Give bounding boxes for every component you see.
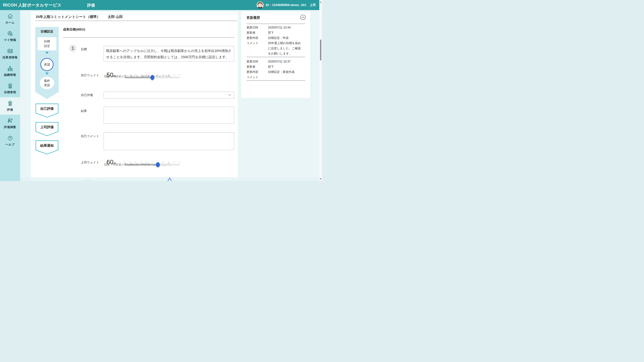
history-divider (246, 57, 305, 57)
phase-result-notice[interactable]: 結果通知 (36, 140, 58, 155)
history-datetime-value: 2025/07/11 10:44 (268, 25, 301, 30)
history-collapse-button[interactable] (300, 15, 306, 20)
history-title: 更新履歴 (246, 15, 260, 20)
scrollbar-down-arrow[interactable] (320, 178, 322, 180)
header-nav-evaluation[interactable]: 評価 (87, 3, 95, 8)
goal-item-number: 1 (69, 45, 76, 52)
stepper-group-title: 目標設定 (35, 29, 59, 34)
sidebar-item-help[interactable]: ヘルプ (0, 132, 20, 149)
history-datetime-label: 更新日時 (246, 25, 268, 30)
self-weight-value: 50 % (106, 71, 116, 79)
sheet-title: 25年上期コミットメントシート（標準） (36, 14, 100, 19)
app-window: RICOH 人財ポータルサービス 評価 ID：1104685955-demo_2… (0, 0, 322, 181)
slider-ticks (124, 161, 180, 163)
slider-thumb[interactable] (156, 162, 160, 167)
result-textarea[interactable] (104, 107, 234, 123)
history-entry: 更新日時2025/07/11 10:44 更新者部下 更新内容目標設定：申請 コ… (246, 25, 306, 56)
chevron-up-icon (302, 16, 304, 18)
section-title-mbo: 成果目標(MBO) (63, 27, 85, 32)
sidebar-item-org-info[interactable]: 組織情報 (0, 62, 20, 80)
slider-track[interactable] (124, 164, 180, 165)
history-content-label: 更新内容 (246, 35, 268, 40)
history-content-label: 更新内容 (246, 69, 268, 75)
user-id: ID：1104685955-demo_201 (266, 3, 306, 7)
app-header: RICOH 人財ポータルサービス 評価 ID：1104685955-demo_2… (0, 0, 322, 10)
page-scrollbar (319, 0, 322, 181)
history-updater-value: 部下 (268, 64, 301, 69)
user-menu[interactable]: ID：1104685955-demo_201 上司 (256, 1, 316, 8)
commitment-sheet-card: 25年上期コミットメントシート（標準） 太郎 山田 目標設定 目標 設定 承認 … (31, 12, 238, 181)
evaluation-adjust-icon (7, 118, 13, 124)
step-final-approval: 最終 承認 (40, 77, 54, 89)
step-approval-current: 承認 (40, 58, 54, 71)
history-datetime-label: 更新日時 (246, 59, 268, 64)
manager-weight-slider[interactable] (124, 161, 180, 168)
history-updater-value: 部下 (268, 30, 301, 35)
avatar (256, 1, 264, 8)
self-weight-label: 自己ウェイト (81, 73, 99, 77)
sheet-collapse-bar[interactable] (20, 177, 319, 181)
result-label: 結果 (81, 109, 87, 113)
history-comment-label: コメント (246, 40, 268, 46)
employee-card-icon (7, 48, 13, 54)
org-chart-icon (7, 65, 13, 71)
history-updater-label: 更新者 (246, 30, 268, 35)
manager-weight-value: 60 % (106, 159, 116, 166)
sidebar-item-evaluation-adjust[interactable]: 評価調整 (0, 115, 20, 132)
app-title: RICOH 人財ポータルサービス (3, 2, 62, 8)
user-role: 上司 (310, 3, 316, 7)
history-updater-label: 更新者 (246, 64, 268, 69)
history-entry: 更新日時2025/07/11 10:37 更新者部下 更新内容目標設定：新規作成… (246, 59, 306, 80)
evaluation-badge-icon (7, 100, 13, 106)
manager-weight-label: 上司ウェイト (81, 160, 99, 164)
slider-thumb[interactable] (150, 75, 154, 80)
sidebar-item-employee-info[interactable]: 従業員情報 (0, 45, 20, 62)
chevron-down-icon (228, 94, 231, 96)
history-content-value: 目標設定：申請 (268, 35, 301, 40)
phase-self-evaluation[interactable]: 自己評価 (36, 104, 58, 118)
history-datetime-value: 2025/07/11 10:37 (268, 59, 301, 64)
collapse-up-icon (167, 177, 172, 181)
step-arrow-down-icon (45, 52, 49, 54)
goal-badge-icon (7, 83, 13, 89)
workflow-stepper: 目標設定 目標 設定 承認 最終 承認 (35, 27, 59, 99)
sidebar-item-evaluation[interactable]: 評価 (0, 97, 20, 115)
scrollbar-thumb[interactable] (320, 39, 321, 60)
self-comment-textarea[interactable] (104, 132, 234, 150)
goal-label: 目標 (81, 47, 87, 51)
help-icon (7, 135, 13, 141)
history-divider (246, 24, 305, 24)
update-history-panel: 更新履歴 更新日時2025/07/11 10:44 更新者部下 更新内容目標設定… (241, 12, 310, 98)
self-rating-label: 自己評価 (81, 93, 93, 97)
sidebar-item-home[interactable]: ホーム (0, 10, 20, 27)
sidebar-item-goal-management[interactable]: 目標管理 (0, 80, 20, 97)
phase-manager-evaluation[interactable]: 上司評価 (36, 122, 58, 136)
history-divider (246, 80, 305, 81)
step-arrow-down-icon (45, 72, 49, 75)
self-weight-slider[interactable] (124, 73, 180, 80)
history-content-value: 目標設定：新規作成 (268, 69, 301, 75)
title-divider (36, 21, 237, 21)
goal-textarea[interactable]: 既存顧客へのアップセルに注力し、今期は既存顧客からの売上を前年比20%増加させる… (104, 46, 234, 62)
my-info-icon (7, 30, 13, 37)
scrollbar-up-arrow[interactable] (320, 1, 322, 3)
employee-name: 太郎 山田 (108, 14, 123, 19)
user-photo-icon (256, 1, 264, 8)
history-comment-value: 25年度上期の目標を高めに設定しました。ご確認をお願いします。 (268, 40, 301, 56)
self-comment-label: 自己コメント (81, 134, 99, 138)
self-rating-select[interactable] (104, 92, 234, 98)
sidebar-item-my-info[interactable]: マイ情報 (0, 27, 20, 45)
history-comment-label: コメント (246, 75, 268, 80)
home-icon (7, 13, 13, 19)
sidebar: ホーム マイ情報 従業員情報 組織情報 目標管理 評価 評価調整 ヘルプ (0, 10, 20, 181)
section-divider (63, 37, 235, 37)
step-goal-setting: 目標 設定 (38, 37, 56, 50)
sheet-header: 25年上期コミットメントシート（標準） 太郎 山田 (36, 14, 123, 19)
